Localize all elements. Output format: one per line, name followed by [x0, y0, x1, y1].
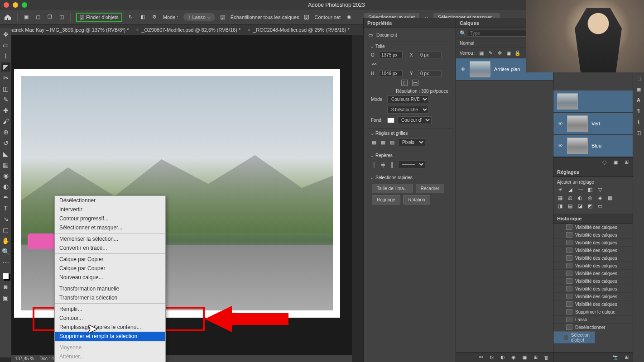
channel-row-composite[interactable] — [553, 90, 644, 113]
context-menu-item[interactable]: Mémoriser la sélection... — [55, 234, 165, 243]
new-snapshot-icon[interactable]: 📷 — [612, 354, 619, 361]
history-item[interactable]: Visibilité des calques — [553, 285, 644, 293]
visibility-toggle-icon[interactable]: 👁 — [557, 143, 563, 149]
blend-mode-select[interactable]: Normal — [460, 41, 523, 46]
new-layer-icon[interactable]: ⊞ — [532, 354, 538, 361]
gradient-map-icon[interactable]: ▭ — [597, 203, 603, 209]
swatches-panel-icon[interactable]: ▦ — [635, 86, 642, 92]
history-item[interactable]: Visibilité des calques — [553, 224, 644, 231]
new-channel-icon[interactable]: ⊞ — [623, 159, 630, 166]
guides-section-toggle[interactable]: ⌵ Repères — [371, 153, 448, 158]
new-fill-icon[interactable]: ◉ — [510, 354, 517, 361]
history-item[interactable]: Visibilité des calques — [553, 270, 644, 277]
context-menu-item[interactable]: Calque par Couper — [55, 264, 165, 273]
ruler-icon[interactable]: ▦ — [371, 139, 377, 146]
minimize-window-button[interactable] — [13, 2, 18, 8]
layer-mask-icon[interactable]: ◐ — [500, 354, 506, 361]
sample-all-checkbox[interactable] — [221, 15, 225, 19]
layer-thumbnail[interactable] — [470, 61, 490, 77]
channel-row-bleu[interactable]: 👁 Bleu ⌘5 — [553, 135, 644, 157]
history-item[interactable]: Visibilité des calques — [553, 293, 644, 300]
move-tool[interactable]: ✥ — [1, 30, 10, 39]
info-panel-icon[interactable]: ℹ — [635, 119, 642, 125]
paste-icon[interactable]: ◫ — [58, 14, 65, 20]
channel-row-vert[interactable]: 👁 Vert ⌘4 — [553, 113, 644, 135]
frame-tool[interactable]: ◫ — [1, 84, 10, 93]
stamp-tool[interactable]: ⊛ — [1, 128, 10, 137]
type-tool[interactable]: T — [1, 204, 10, 213]
context-menu-item[interactable]: Nouveau calque... — [55, 273, 165, 282]
crop-tool[interactable]: ✂ — [1, 73, 10, 82]
zoom-tool[interactable]: 🔍 — [1, 247, 10, 256]
hue-icon[interactable]: ▦ — [557, 195, 563, 201]
context-menu-item[interactable]: Remplir... — [55, 305, 165, 314]
history-item[interactable]: Visibilité des calques — [553, 300, 644, 308]
color-panel-icon[interactable]: ⬚ — [635, 75, 642, 81]
home-icon[interactable] — [4, 13, 12, 21]
new-icon[interactable]: ▢ — [35, 14, 41, 20]
x-input[interactable] — [418, 52, 442, 58]
history-item[interactable]: Visibilité des calques — [553, 247, 644, 254]
overlay-icon[interactable]: ◧ — [139, 14, 146, 20]
context-menu-item[interactable]: Désélectionner — [55, 196, 165, 205]
lock-artboard-icon[interactable]: ▣ — [505, 50, 512, 56]
width-input[interactable] — [379, 52, 403, 58]
shape-tool[interactable]: ▢ — [1, 225, 10, 234]
object-select-tool[interactable]: ◩ — [1, 62, 10, 71]
tab-doc-2[interactable]: ×_OZ90807-Modifier.psd @ 82,6% (RVB/16) … — [136, 27, 241, 33]
rules-section-toggle[interactable]: ⌵ Règles et grilles — [371, 131, 448, 136]
context-menu-item[interactable]: Contour... — [55, 314, 165, 323]
save-icon[interactable]: ▣ — [23, 14, 29, 20]
bg-color-swatch[interactable] — [387, 118, 394, 123]
visibility-toggle-icon[interactable]: 👁 — [557, 120, 563, 127]
lasso-tool[interactable]: ⌇ — [1, 52, 10, 61]
close-window-button[interactable] — [4, 2, 9, 8]
history-item[interactable]: Sélection d'objet — [553, 331, 595, 344]
selective-color-icon[interactable]: ◩ — [587, 203, 593, 209]
blur-tool[interactable]: ◉ — [1, 171, 10, 180]
layer-filter-input[interactable] — [468, 30, 530, 37]
channel-mixer-icon[interactable]: ◈ — [597, 195, 603, 201]
finder-checkbox[interactable] — [80, 15, 84, 19]
grid-icon[interactable]: ▩ — [380, 139, 386, 146]
context-menu-item[interactable]: Intervertir — [55, 205, 165, 214]
pen-tool[interactable]: ✒ — [1, 193, 10, 202]
layer-fx-icon[interactable]: fx — [489, 354, 495, 361]
toile-section-toggle[interactable]: ⌵ Toile — [371, 44, 448, 49]
posterize-icon[interactable]: ▤ — [567, 203, 573, 209]
history-item[interactable]: Visibilité des calques — [553, 231, 644, 239]
context-menu-item[interactable]: Transformation manuelle — [55, 284, 165, 293]
guide-v-icon[interactable]: ╫ — [389, 162, 395, 168]
curves-icon[interactable]: 〰 — [577, 186, 583, 193]
doc-info[interactable]: Doc : 4 — [39, 356, 54, 361]
brightness-icon[interactable]: ☀ — [557, 186, 563, 193]
quick-mask-toggle[interactable]: ◙ — [1, 282, 10, 291]
link-icon[interactable]: ⚯ — [371, 61, 377, 67]
height-input[interactable] — [379, 70, 403, 77]
context-menu-item[interactable]: Supprimer et remplir la sélection — [55, 332, 165, 341]
color-balance-icon[interactable]: ⚖ — [567, 195, 573, 201]
zoom-readout[interactable]: 137,45 % — [15, 356, 34, 361]
link-layers-icon[interactable]: ⚯ — [478, 354, 484, 361]
new-group-icon[interactable]: ▣ — [521, 354, 528, 361]
edit-toolbar[interactable]: ⋯ — [1, 258, 10, 267]
context-menu-item[interactable]: Transformer la sélection — [55, 293, 165, 302]
screen-mode-toggle[interactable]: ▣ — [1, 293, 10, 302]
y-input[interactable] — [418, 70, 442, 77]
heal-tool[interactable]: ✚ — [1, 106, 10, 115]
grid2-icon[interactable]: ▧ — [389, 139, 395, 146]
properties-header[interactable]: Propriétés — [364, 18, 456, 28]
exposure-icon[interactable]: ◧ — [587, 186, 593, 193]
gear-icon[interactable]: ⚙ — [151, 14, 158, 20]
refresh-icon[interactable]: ↻ — [128, 14, 134, 20]
rotation-button[interactable]: Rotation — [403, 195, 430, 205]
threshold-icon[interactable]: ◪ — [577, 203, 583, 209]
copy-icon[interactable]: ❐ — [47, 14, 53, 20]
history-item[interactable]: Supprimer le calque — [553, 308, 644, 316]
vibrance-icon[interactable]: ▽ — [597, 186, 603, 193]
context-menu-item[interactable]: Convertir en tracé... — [55, 243, 165, 252]
history-item[interactable]: Visibilité des calques — [553, 277, 644, 285]
lock-transparent-icon[interactable]: ▦ — [478, 50, 485, 56]
tab-doc-3[interactable]: ×_ROC2048-Modifier.psd @ 25% (RVB/16) * — [248, 27, 350, 33]
photo-filter-icon[interactable]: ◎ — [587, 195, 593, 201]
